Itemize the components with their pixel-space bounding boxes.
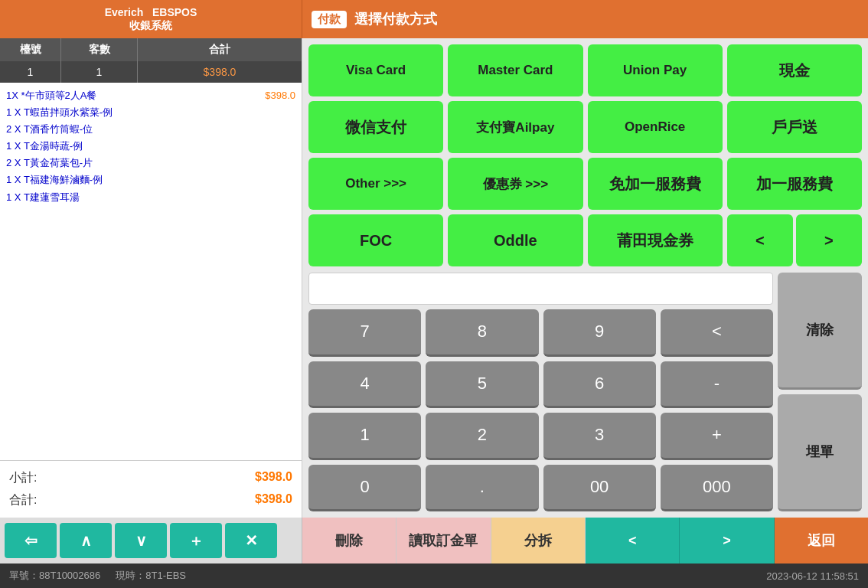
confirm-button[interactable]: 埋單 (778, 394, 862, 511)
status-datetime: 2023-06-12 11:58:51 (766, 570, 859, 582)
nav-cross-button[interactable]: ✕ (225, 523, 277, 558)
num-btn-5[interactable]: 5 (426, 361, 538, 409)
item-name: 2 X T黃金荷葉包-片 (6, 155, 93, 172)
item-name: 1 X T金湯時蔬-例 (6, 138, 83, 155)
order-items-list: 1X *午市頭等2人A餐$398.01 X T蝦苗拌頭水紫菜-例2 X T酒香竹… (0, 83, 302, 460)
return-button[interactable]: 返回 (775, 518, 868, 564)
bottom-area: ⇦ ∧ ∨ ＋ ✕ 刪除 讀取訂金單 分拆 < > 返回 單號：88T10002… (0, 518, 868, 588)
pay-btn-foc[interactable]: FOC (308, 214, 443, 266)
main-content: 檯號 客數 合計 1 1 $398.0 1X *午市頭等2人A餐$398.01 … (0, 38, 868, 518)
delete-button[interactable]: 刪除 (302, 518, 396, 564)
nav-back-button[interactable]: ⇦ (5, 523, 57, 558)
numpad-right: 清除 埋單 (778, 273, 862, 511)
pay-btn-wechat[interactable]: 微信支付 (308, 101, 443, 153)
pay-btn-alipay[interactable]: 支付寶Ailpay (448, 101, 582, 153)
pay-btn-cash[interactable]: 現金 (727, 44, 862, 96)
num-btn-3[interactable]: 3 (543, 413, 656, 460)
app-header: Everich EBSPOS 收銀系統 付款 選擇付款方式 (0, 0, 868, 38)
list-item: 2 X T黃金荷葉包-片 (6, 155, 295, 172)
next-button[interactable]: > (680, 518, 774, 564)
table-no-value: 1 (0, 61, 61, 83)
pay-btn-unionpay[interactable]: Union Pay (588, 44, 723, 96)
pay-btn-coupon[interactable]: 優惠券 >>> (448, 158, 582, 210)
header-right: 付款 選擇付款方式 (302, 10, 868, 28)
nav-plus-button[interactable]: ＋ (170, 523, 222, 558)
num-btn-.[interactable]: . (426, 465, 538, 512)
nav-down-button[interactable]: ∨ (115, 523, 167, 558)
pay-btn-mastercard[interactable]: Master Card (448, 44, 582, 96)
subtotal-row: 小計: $398.0 (9, 467, 292, 489)
table-header: 檯號 客數 合計 (0, 38, 302, 61)
num-btn-00[interactable]: 00 (543, 465, 656, 512)
item-price: $398.0 (265, 87, 295, 104)
status-serial: 單號：88T10002686 (9, 569, 100, 583)
list-item: 1 X T蝦苗拌頭水紫菜-例 (6, 104, 295, 121)
pay-label: 付款 (312, 11, 347, 28)
total-value: $398.0 (138, 61, 302, 83)
numpad-section: 789<456-123+0.00000 清除 埋單 (308, 273, 862, 511)
num-btn-1[interactable]: 1 (308, 413, 421, 460)
company-name: Everich EBSPOS (105, 6, 197, 19)
total-label: 合計: (9, 492, 37, 508)
num-btn-6[interactable]: 6 (543, 361, 656, 409)
left-nav-bar: ⇦ ∧ ∨ ＋ ✕ (0, 518, 302, 564)
subtotal-value: $398.0 (255, 470, 292, 486)
pay-btn-puti[interactable]: 莆田現金券 (588, 214, 723, 266)
item-name: 2 X T酒香竹筒蝦-位 (6, 121, 93, 138)
read-order-button[interactable]: 讀取訂金單 (396, 518, 491, 564)
amount-display (308, 273, 773, 305)
num-btn-000[interactable]: 000 (661, 465, 773, 512)
status-left: 單號：88T10002686 現時：8T1-EBS (9, 569, 186, 583)
num-btn-9[interactable]: 9 (543, 309, 656, 357)
pay-btn-openrice[interactable]: OpenRice (588, 101, 723, 153)
total-row: 合計: $398.0 (9, 489, 292, 511)
list-item: 1 X T金湯時蔬-例 (6, 138, 295, 155)
pay-btn-deliveroo[interactable]: 戶戶送 (727, 101, 862, 153)
pay-btn-nocharge[interactable]: 免加一服務費 (588, 158, 723, 210)
num-btn-8[interactable]: 8 (426, 309, 538, 357)
system-name: 收銀系統 (129, 19, 172, 32)
item-name: 1 X T福建海鮮滷麵-例 (6, 172, 103, 188)
right-actions-bar: 刪除 讀取訂金單 分拆 < > 返回 (302, 518, 868, 564)
num-btn-2[interactable]: 2 (426, 413, 538, 460)
status-station: 現時：8T1-EBS (116, 569, 186, 583)
item-name: 1 X T蝦苗拌頭水紫菜-例 (6, 104, 113, 121)
pay-btn-other[interactable]: Other >>> (308, 158, 443, 210)
status-bar: 單號：88T10002686 現時：8T1-EBS 2023-06-12 11:… (0, 564, 868, 588)
summary-section: 小計: $398.0 合計: $398.0 (0, 460, 302, 518)
pay-title: 選擇付款方式 (354, 10, 437, 28)
right-panel: Visa CardMaster CardUnion Pay現金微信支付支付寶Ai… (302, 38, 868, 518)
pay-btn-visa[interactable]: Visa Card (308, 44, 443, 96)
nav-up-button[interactable]: ∧ (60, 523, 112, 558)
pay-btn-prev_pay[interactable]: < (727, 214, 793, 266)
prev-button[interactable]: < (586, 518, 680, 564)
num-btn-7[interactable]: 7 (308, 309, 421, 357)
item-name: 1X *午市頭等2人A餐 (6, 87, 96, 104)
total-sum-value: $398.0 (255, 492, 292, 508)
subtotal-label: 小計: (9, 470, 37, 486)
list-item: 1 X T建蓮雪耳湯 (6, 189, 295, 206)
list-item: 2 X T酒香竹筒蝦-位 (6, 121, 295, 138)
num-btn-4[interactable]: 4 (308, 361, 421, 409)
payment-grid: Visa CardMaster CardUnion Pay現金微信支付支付寶Ai… (308, 44, 862, 266)
num-btn-+[interactable]: + (661, 413, 773, 460)
pay-btn-oddle[interactable]: Oddle (448, 214, 582, 266)
num-btn-<[interactable]: < (661, 309, 773, 357)
split-button[interactable]: 分拆 (491, 518, 586, 564)
num-btn--[interactable]: - (661, 361, 773, 409)
pay-nav-cell: <> (727, 214, 862, 266)
numpad-grid: 789<456-123+0.00000 (308, 309, 773, 511)
left-panel: 檯號 客數 合計 1 1 $398.0 1X *午市頭等2人A餐$398.01 … (0, 38, 302, 518)
pay-btn-addcharge[interactable]: 加一服務費 (727, 158, 862, 210)
num-btn-0[interactable]: 0 (308, 465, 421, 512)
guests-value: 1 (61, 61, 138, 83)
list-item: 1X *午市頭等2人A餐$398.0 (6, 87, 295, 104)
header-left: Everich EBSPOS 收銀系統 (0, 0, 302, 38)
col-table-no: 檯號 (0, 38, 61, 61)
list-item: 1 X T福建海鮮滷麵-例 (6, 172, 295, 188)
bottom-combined: ⇦ ∧ ∨ ＋ ✕ 刪除 讀取訂金單 分拆 < > 返回 (0, 518, 868, 564)
numpad-left: 789<456-123+0.00000 (308, 273, 773, 511)
pay-btn-next_pay[interactable]: > (796, 214, 862, 266)
col-guests: 客數 (61, 38, 138, 61)
clear-button[interactable]: 清除 (778, 273, 862, 390)
